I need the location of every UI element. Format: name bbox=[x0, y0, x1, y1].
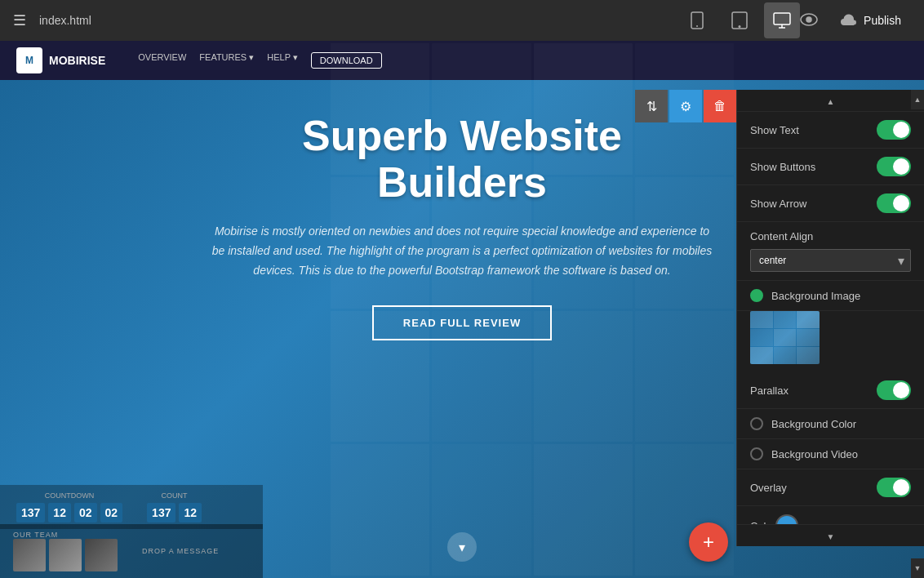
overlay-label: Overlay bbox=[750, 482, 787, 494]
thumb-mini-8 bbox=[774, 347, 797, 364]
content-align-select-wrapper: left center right bbox=[750, 249, 911, 272]
background-color-label: Background Color bbox=[771, 418, 856, 430]
thumb-mini-1 bbox=[750, 311, 773, 328]
svg-point-1 bbox=[696, 25, 698, 27]
move-button[interactable]: ⇅ bbox=[635, 90, 668, 122]
content-align-label: Content Align bbox=[750, 230, 911, 242]
show-arrow-toggle[interactable] bbox=[877, 193, 911, 213]
parallax-row: Parallax bbox=[737, 372, 924, 409]
settings-button[interactable]: ⚙ bbox=[669, 90, 702, 122]
background-video-label: Background Video bbox=[771, 448, 858, 460]
thumb-mini-6 bbox=[797, 329, 820, 346]
background-image-row: Background Image bbox=[737, 281, 924, 311]
countdown-label: COUNTDOWN bbox=[16, 491, 122, 500]
preview-icon[interactable] bbox=[800, 11, 818, 30]
nav-overview: OVERVIEW bbox=[138, 52, 186, 69]
thumb-14 bbox=[432, 444, 531, 576]
svg-point-3 bbox=[739, 26, 740, 28]
background-image-thumbnail[interactable] bbox=[750, 311, 820, 364]
hero-subtitle: Mobirise is mostly oriented on newbies a… bbox=[209, 222, 715, 280]
tablet-device-btn[interactable] bbox=[722, 2, 757, 38]
nav-features: FEATURES ▾ bbox=[199, 52, 254, 69]
background-image-thumb-container bbox=[737, 311, 924, 372]
thumb-mini-2 bbox=[774, 311, 797, 328]
nav-download: DOWNLOAD bbox=[311, 52, 382, 69]
countdown-label-2: COUNT bbox=[147, 491, 202, 500]
preview-nav: M MOBIRISE OVERVIEW FEATURES ▾ HELP ▾ DO… bbox=[0, 41, 924, 80]
preview-logo: M MOBIRISE bbox=[16, 47, 105, 73]
mobile-device-btn[interactable] bbox=[679, 2, 715, 38]
team-photo-1 bbox=[13, 539, 46, 571]
show-text-label: Show Text bbox=[750, 124, 799, 136]
team-photo-2 bbox=[49, 539, 82, 571]
show-buttons-label: Show Buttons bbox=[750, 161, 815, 173]
topbar-right: Publish bbox=[800, 9, 911, 33]
countdown-1: COUNTDOWN 137 12 02 02 bbox=[16, 491, 122, 522]
svg-point-6 bbox=[806, 17, 811, 22]
team-label: OUR TEAM bbox=[13, 531, 118, 539]
content-align-select[interactable]: left center right bbox=[750, 249, 911, 272]
countdown-num-5: 137 bbox=[147, 503, 175, 522]
page-title: index.html bbox=[39, 14, 679, 27]
scroll-down-arrow[interactable]: ▾ bbox=[447, 532, 477, 562]
main-area: M MOBIRISE OVERVIEW FEATURES ▾ HELP ▾ DO… bbox=[0, 41, 924, 578]
device-switcher bbox=[679, 2, 800, 38]
settings-panel: ▲ Show Text Show Buttons Show Arrow bbox=[736, 90, 924, 546]
show-arrow-row: Show Arrow bbox=[737, 185, 924, 222]
drop-message-label: DROP A MESSAGE bbox=[142, 547, 219, 555]
background-video-radio[interactable] bbox=[750, 447, 763, 460]
parallax-toggle[interactable] bbox=[877, 380, 911, 400]
delete-button[interactable]: 🗑 bbox=[704, 90, 736, 122]
our-team-section: OUR TEAM bbox=[13, 531, 118, 571]
add-fab-button[interactable]: + bbox=[689, 522, 728, 562]
countdown-num-3: 02 bbox=[74, 503, 97, 522]
countdown-num-2: 12 bbox=[48, 503, 71, 522]
svg-rect-4 bbox=[774, 13, 790, 24]
preview-actions: ⇅ ⚙ 🗑 bbox=[635, 90, 736, 122]
background-video-row: Background Video bbox=[737, 439, 924, 469]
background-color-row: Background Color bbox=[737, 409, 924, 439]
panel-scroll-down[interactable]: ▼ bbox=[737, 524, 924, 546]
thumb-mini-3 bbox=[797, 311, 820, 328]
thumb-mini-9 bbox=[797, 347, 820, 364]
team-photo-3 bbox=[85, 539, 118, 571]
panel-scroll-up[interactable]: ▲ bbox=[737, 90, 924, 112]
countdown-2: COUNT 137 12 bbox=[147, 491, 202, 522]
thumb-mini-5 bbox=[774, 329, 797, 346]
bottom-strip: OUR TEAM DROP A MESSAGE bbox=[0, 524, 263, 578]
publish-button[interactable]: Publish bbox=[831, 9, 911, 33]
hero-cta-button[interactable]: READ FULL REVIEW bbox=[372, 305, 552, 340]
show-buttons-row: Show Buttons bbox=[737, 149, 924, 185]
overlay-toggle[interactable] bbox=[877, 478, 911, 497]
parallax-label: Parallax bbox=[750, 385, 789, 397]
right-scroll-down[interactable]: ▼ bbox=[911, 558, 924, 578]
thumb-mini-4 bbox=[750, 329, 773, 346]
background-image-radio[interactable] bbox=[750, 289, 763, 302]
thumb-mini-7 bbox=[750, 347, 773, 364]
countdown-num-6: 12 bbox=[179, 503, 202, 522]
desktop-device-btn[interactable] bbox=[764, 2, 800, 38]
topbar: ☰ index.html Publish bbox=[0, 0, 924, 41]
brand-name: MOBIRISE bbox=[49, 54, 105, 67]
logo-box: M bbox=[16, 47, 42, 73]
background-image-label: Background Image bbox=[771, 290, 860, 302]
show-text-row: Show Text bbox=[737, 112, 924, 149]
countdown-strip: COUNTDOWN 137 12 02 02 COUNT 137 12 bbox=[0, 485, 263, 529]
thumb-13 bbox=[331, 444, 429, 576]
menu-icon[interactable]: ☰ bbox=[13, 11, 26, 29]
nav-help: HELP ▾ bbox=[267, 52, 298, 69]
thumb-15 bbox=[534, 444, 633, 576]
show-buttons-toggle[interactable] bbox=[877, 157, 911, 176]
publish-label: Publish bbox=[864, 14, 901, 27]
right-scroll-up[interactable]: ▲ bbox=[911, 90, 924, 109]
show-arrow-label: Show Arrow bbox=[750, 198, 806, 210]
content-align-section: Content Align left center right bbox=[737, 222, 924, 281]
preview-nav-links: OVERVIEW FEATURES ▾ HELP ▾ DOWNLOAD bbox=[138, 52, 381, 69]
countdown-num-1: 137 bbox=[16, 503, 45, 522]
show-text-toggle[interactable] bbox=[877, 120, 911, 140]
cloud-icon bbox=[841, 12, 857, 29]
countdown-num-4: 02 bbox=[100, 503, 123, 522]
drop-message-section: DROP A MESSAGE bbox=[142, 547, 219, 555]
background-color-radio[interactable] bbox=[750, 417, 763, 430]
overlay-row: Overlay bbox=[737, 469, 924, 506]
